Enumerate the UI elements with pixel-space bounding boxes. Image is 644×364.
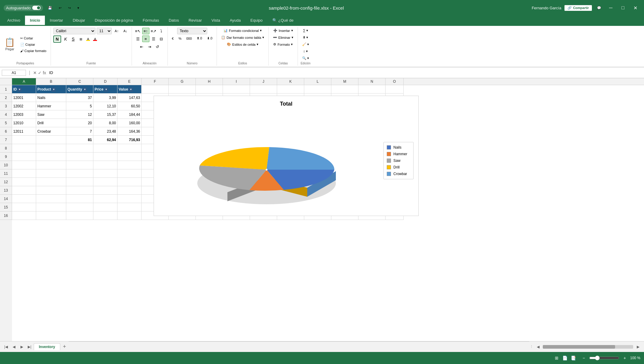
cell-C15[interactable] bbox=[66, 203, 93, 211]
cell-J1[interactable] bbox=[250, 85, 277, 94]
cell-M1[interactable] bbox=[331, 85, 358, 94]
cell-B6[interactable]: Crowbar bbox=[36, 127, 66, 136]
col-header-o[interactable]: O bbox=[386, 78, 404, 85]
align-center-button[interactable]: ≡ bbox=[142, 35, 149, 42]
align-left-button[interactable]: ☰ bbox=[134, 35, 142, 42]
cell-E14[interactable] bbox=[117, 195, 142, 203]
row-num-6[interactable]: 6 bbox=[0, 127, 12, 136]
cell-C13[interactable] bbox=[66, 186, 93, 195]
cell-C1[interactable]: Quantity▼ bbox=[66, 85, 93, 94]
cell-A1[interactable]: ID▼ bbox=[12, 85, 36, 94]
tab-ayuda[interactable]: Ayuda bbox=[225, 16, 246, 26]
col-header-d[interactable]: D bbox=[93, 78, 117, 85]
cell-D4[interactable]: 15,37 bbox=[93, 110, 117, 119]
paste-button[interactable]: 📋 Pegar bbox=[2, 37, 17, 52]
cell-C11[interactable] bbox=[66, 169, 93, 178]
cancel-formula-icon[interactable]: ✕ bbox=[33, 70, 37, 75]
fill-color-button[interactable]: A bbox=[85, 36, 91, 42]
row-num-3[interactable]: 3 bbox=[0, 102, 12, 110]
add-sheet-button[interactable]: + bbox=[61, 343, 68, 350]
cell-D16[interactable] bbox=[93, 211, 117, 220]
col-header-j[interactable]: J bbox=[250, 78, 277, 85]
sheet-nav-prev[interactable]: ◀ bbox=[10, 343, 17, 350]
cell-A11[interactable] bbox=[12, 169, 36, 178]
increase-font-button[interactable]: A↑ bbox=[113, 28, 120, 34]
cell-D14[interactable] bbox=[93, 195, 117, 203]
merge-button[interactable]: ⊟ bbox=[158, 35, 165, 42]
minimize-button[interactable]: ─ bbox=[606, 4, 615, 12]
insert-function-icon[interactable]: fx bbox=[43, 70, 46, 75]
filter-arrow-A[interactable]: ▼ bbox=[17, 88, 22, 92]
formula-input[interactable] bbox=[48, 70, 642, 76]
cell-H1[interactable] bbox=[196, 85, 223, 94]
sheet-tab-inventory[interactable]: Inventory bbox=[34, 343, 60, 350]
cell-C16[interactable] bbox=[66, 211, 93, 220]
row-num-11[interactable]: 11 bbox=[0, 169, 12, 178]
wrap-text-button[interactable]: ⤵ bbox=[158, 28, 165, 34]
cell-B9[interactable] bbox=[36, 153, 66, 161]
col-header-m[interactable]: M bbox=[331, 78, 358, 85]
cell-B12[interactable] bbox=[36, 178, 66, 186]
cell-D6[interactable]: 23,48 bbox=[93, 127, 117, 136]
normal-view-button[interactable]: ⊞ bbox=[553, 354, 560, 362]
filter-arrow-B[interactable]: ▼ bbox=[52, 88, 56, 92]
comment-button[interactable]: 💬 bbox=[595, 5, 603, 11]
col-header-e[interactable]: E bbox=[117, 78, 142, 85]
cell-D7[interactable]: 62,94 bbox=[93, 136, 117, 144]
cell-A8[interactable] bbox=[12, 144, 36, 153]
autosave-pill[interactable] bbox=[32, 6, 41, 10]
redo-button[interactable]: ↪ bbox=[66, 5, 73, 11]
row-num-4[interactable]: 4 bbox=[0, 110, 12, 119]
share-button[interactable]: 🔗 Compartir bbox=[564, 5, 592, 11]
col-header-h[interactable]: H bbox=[196, 78, 223, 85]
cell-D8[interactable] bbox=[93, 144, 117, 153]
tab-dibujar[interactable]: Dibujar bbox=[68, 16, 90, 26]
align-top-center-button[interactable]: ≡↑ bbox=[142, 28, 149, 34]
cell-B2[interactable]: Nails bbox=[36, 94, 66, 102]
decimal-increase-button[interactable]: ⬆.0 bbox=[195, 35, 204, 41]
cell-E2[interactable]: 147,63 bbox=[117, 94, 142, 102]
cell-E3[interactable]: 60,50 bbox=[117, 102, 142, 110]
cell-A4[interactable]: 12003 bbox=[12, 110, 36, 119]
hscroll-thumb[interactable] bbox=[543, 345, 615, 349]
sheet-nav-next[interactable]: ▶ bbox=[18, 343, 25, 350]
page-break-button[interactable]: 📑 bbox=[570, 354, 577, 362]
sort-button[interactable]: ↕ ▾ bbox=[302, 48, 310, 54]
cell-E9[interactable] bbox=[117, 153, 142, 161]
conditional-format-button[interactable]: 📊 Formato condicional ▾ bbox=[222, 28, 264, 33]
decrease-font-button[interactable]: A↓ bbox=[122, 28, 129, 34]
align-right-button[interactable]: ☰ bbox=[150, 35, 157, 42]
cell-D1[interactable]: Price▼ bbox=[93, 85, 117, 94]
format-painter-button[interactable]: 🖌 Copiar formato bbox=[18, 48, 48, 54]
tab-disposicion[interactable]: Disposición de página bbox=[90, 16, 138, 26]
copy-button[interactable]: 📄 Copiar bbox=[18, 42, 48, 48]
cell-D13[interactable] bbox=[93, 186, 117, 195]
row-num-14[interactable]: 14 bbox=[0, 195, 12, 203]
cell-B15[interactable] bbox=[36, 203, 66, 211]
undo-button[interactable]: ↩ bbox=[57, 5, 63, 11]
cell-D3[interactable]: 12,10 bbox=[93, 102, 117, 110]
cell-A2[interactable]: 12001 bbox=[12, 94, 36, 102]
cell-C12[interactable] bbox=[66, 178, 93, 186]
cell-A15[interactable] bbox=[12, 203, 36, 211]
font-color-button[interactable]: A bbox=[92, 36, 98, 42]
percent-button[interactable]: % bbox=[177, 36, 183, 41]
cell-B10[interactable] bbox=[36, 161, 66, 169]
find-button[interactable]: 🔍 ▾ bbox=[300, 55, 311, 61]
cell-C4[interactable]: 12 bbox=[66, 110, 93, 119]
format-button[interactable]: ⚙ Formato ▾ bbox=[271, 42, 295, 47]
autosum-button[interactable]: ∑ ▾ bbox=[301, 28, 310, 33]
restore-button[interactable]: □ bbox=[618, 4, 627, 12]
cell-E13[interactable] bbox=[117, 186, 142, 195]
currency-button[interactable]: € bbox=[170, 36, 176, 41]
hscroll-track[interactable] bbox=[543, 345, 633, 349]
cell-L1[interactable] bbox=[304, 85, 331, 94]
border-button[interactable]: ⊞ bbox=[78, 36, 84, 42]
crowbar-slice[interactable] bbox=[267, 147, 334, 170]
confirm-formula-icon[interactable]: ✓ bbox=[38, 70, 42, 75]
cell-A12[interactable] bbox=[12, 178, 36, 186]
cell-D11[interactable] bbox=[93, 169, 117, 178]
cell-B7[interactable] bbox=[36, 136, 66, 144]
filter-arrow-C[interactable]: ▼ bbox=[83, 88, 87, 92]
chart-area[interactable]: Total bbox=[154, 96, 419, 216]
